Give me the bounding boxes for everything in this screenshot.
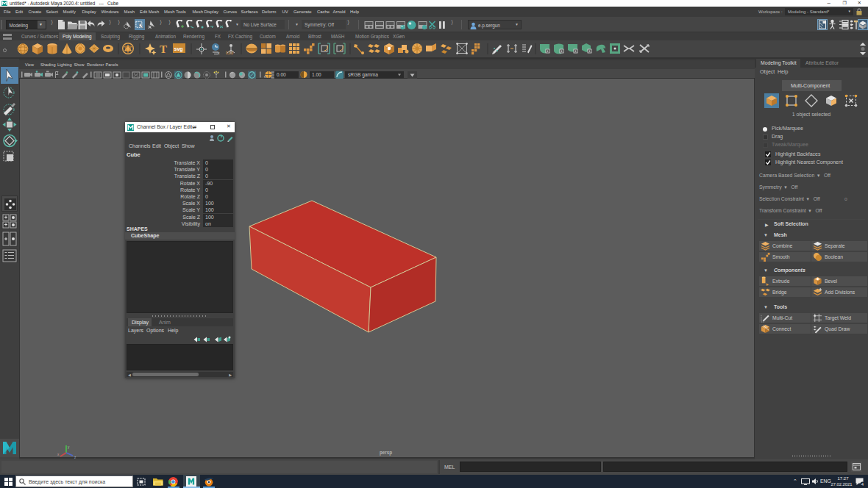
svg-text:y: y — [68, 445, 70, 449]
svg-text:sRGB gamma: sRGB gamma — [348, 72, 378, 78]
svg-text:1.00: 1.00 — [312, 72, 321, 77]
svg-text:x: x — [57, 453, 60, 456]
svg-text:0.00: 0.00 — [277, 72, 286, 77]
svg-text:x: x — [218, 51, 220, 55]
svg-text:0,0,0: 0,0,0 — [226, 51, 234, 55]
svg-text:T: T — [160, 43, 167, 55]
svg-text:svg: svg — [174, 46, 183, 52]
